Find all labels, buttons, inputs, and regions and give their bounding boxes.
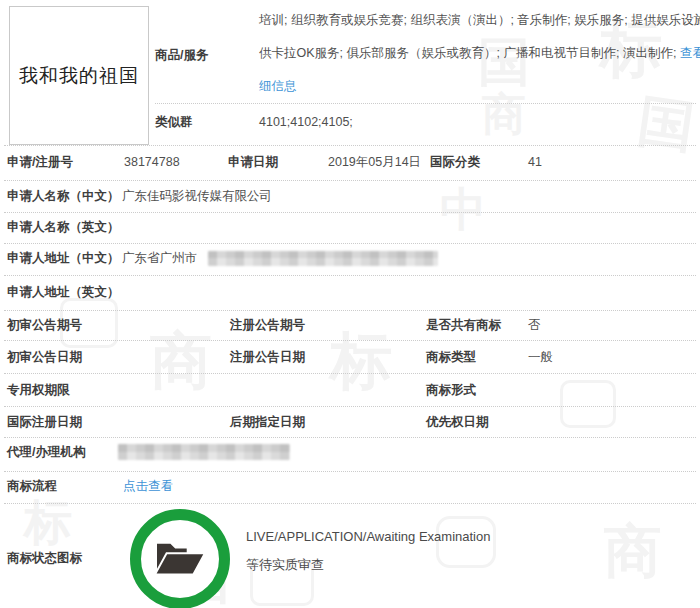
intl-reg-date-label: 国际注册日期: [7, 414, 82, 430]
app-number-value: 38174788: [124, 154, 180, 170]
status-ring-icon: [130, 509, 230, 608]
status-label: 商标状态图标: [7, 550, 82, 566]
view-details-link-wrap[interactable]: 细信息: [259, 79, 297, 93]
goods-services-line2: 供卡拉OK服务; 俱乐部服务（娱乐或教育）; 广播和电视节目制作; 演出制作; …: [259, 45, 700, 61]
reg-gazette-no-label: 注册公告期号: [230, 317, 305, 333]
click-to-view-link[interactable]: 点击查看: [123, 479, 173, 493]
separator: [4, 406, 696, 407]
separator: [4, 471, 696, 472]
similar-group-value: 4101;4102;4105;: [259, 114, 353, 130]
applicant-en-label: 申请人名称（英文）: [7, 219, 120, 235]
intl-class-label: 国际分类: [430, 154, 480, 170]
separator: [4, 180, 696, 181]
first-gazette-no-label: 初审公告期号: [7, 317, 82, 333]
tm-form-label: 商标形式: [426, 382, 476, 398]
tm-type-label: 商标类型: [426, 349, 476, 365]
process-label: 商标流程: [7, 478, 57, 494]
addr-cn-label: 申请人地址（中文）: [7, 250, 120, 266]
is-shared-label: 是否共有商标: [426, 317, 501, 333]
separator: [4, 310, 696, 311]
late-designation-label: 后期指定日期: [230, 414, 305, 430]
process-link-cell: 点击查看: [123, 478, 173, 494]
applicant-cn-value: 广东佳码影视传媒有限公司: [122, 188, 272, 204]
goods-services-label: 商品/服务: [155, 47, 208, 63]
separator: [4, 212, 696, 213]
view-details-link[interactable]: 查看详: [680, 46, 700, 60]
separator: [4, 243, 696, 244]
applicant-cn-label: 申请人名称（中文）: [7, 188, 120, 204]
separator: [4, 275, 696, 276]
trademark-name: 我和我的祖国: [19, 63, 139, 89]
goods-services-line3: 细信息: [259, 78, 297, 94]
trademark-detail-page: 国 商 标 国 商 标 中 国 商 标 我和我的祖国 商品/服务 培训; 组织教…: [0, 0, 700, 608]
separator: [4, 503, 696, 504]
addr-cn-value: 广东省广州市: [122, 250, 197, 266]
status-line-chinese: 等待实质审查: [246, 556, 324, 574]
agency-label: 代理/办理机构: [7, 444, 85, 460]
separator: [4, 145, 696, 146]
app-date-label: 申请日期: [228, 154, 278, 170]
trademark-image: 我和我的祖国: [9, 6, 149, 145]
separator: [155, 103, 696, 104]
goods-services-line1: 培训; 组织教育或娱乐竞赛; 组织表演（演出）; 音乐制作; 娱乐服务; 提供娱…: [259, 12, 700, 28]
first-gazette-date-label: 初审公告日期: [7, 349, 82, 365]
goods-services-line2-text: 供卡拉OK服务; 俱乐部服务（娱乐或教育）; 广播和电视节目制作; 演出制作;: [259, 46, 680, 60]
status-line-english: LIVE/APPLICATION/Awaiting Examination: [246, 529, 490, 544]
censored-agency-block: [118, 444, 290, 460]
exclusive-period-label: 专用权期限: [7, 382, 70, 398]
similar-group-label: 类似群: [155, 114, 193, 130]
reg-gazette-date-label: 注册公告日期: [230, 349, 305, 365]
app-date-value: 2019年05月14日: [328, 154, 421, 170]
priority-date-label: 优先权日期: [426, 414, 489, 430]
separator: [4, 437, 696, 438]
intl-class-value: 41: [528, 154, 542, 170]
addr-en-label: 申请人地址（英文）: [7, 284, 120, 300]
tm-type-value: 一般: [528, 349, 553, 365]
separator: [4, 373, 696, 374]
is-shared-value: 否: [528, 317, 541, 333]
app-number-label: 申请/注册号: [7, 154, 73, 170]
censored-address-block: [208, 251, 438, 266]
folder-icon: [149, 536, 211, 582]
separator: [4, 340, 696, 341]
